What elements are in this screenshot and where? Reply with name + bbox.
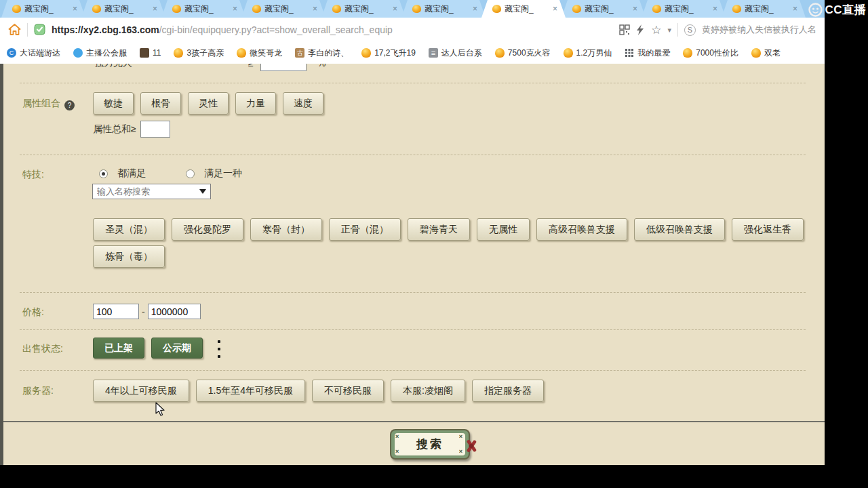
bookmark-item[interactable]: 主播公会服 [73, 47, 127, 59]
home-icon[interactable] [8, 24, 21, 36]
tab-title: 藏宝阁_ [344, 3, 388, 15]
tab-close-icon[interactable]: × [151, 4, 159, 14]
tab-close-icon[interactable]: × [711, 4, 719, 14]
bookmark-item[interactable]: 7500克火容 [495, 47, 551, 59]
bookmark-item[interactable]: 3孩子高亲 [174, 47, 224, 59]
server-button[interactable]: 1.5年至4年可移民服 [196, 380, 305, 402]
news-ticker[interactable]: 黄婷婷被纳入失信被执行人名 [702, 24, 816, 36]
browser-tab[interactable]: 藏宝阁_ × [561, 0, 646, 18]
favorite-star-icon[interactable]: ☆ [651, 24, 661, 36]
clipped-row-input[interactable] [260, 64, 307, 71]
price-range-row: - [93, 304, 201, 319]
browser-tab[interactable]: 藏宝阁_ × [321, 0, 406, 18]
tab-close-icon[interactable]: × [71, 4, 79, 14]
bookmark-item[interactable]: ≡ 达人后台系 [429, 47, 482, 59]
help-icon[interactable]: ? [64, 100, 75, 110]
bookmark-item[interactable]: 双老 [751, 47, 781, 59]
tab-close-icon[interactable]: × [471, 4, 479, 14]
divider [20, 292, 806, 293]
tab-close-icon[interactable]: × [311, 4, 319, 14]
skill-button[interactable]: 无属性 [477, 218, 530, 241]
tab-close-icon[interactable]: × [791, 4, 799, 14]
tab-close-icon[interactable]: × [551, 4, 559, 14]
bookmark-item[interactable]: C 大话端游达 [7, 47, 60, 59]
loading-dots [218, 340, 220, 358]
chevron-down-icon[interactable]: ▾ [667, 26, 671, 34]
tab-close-icon[interactable]: × [631, 4, 639, 14]
divider [20, 329, 806, 330]
bookmark-item[interactable]: 11 [140, 48, 161, 58]
url-text[interactable]: https://xy2.cbg.163.com/cgi-bin/equipque… [52, 24, 613, 35]
browser-tab[interactable]: 藏宝阁_ × [481, 0, 566, 18]
qr-code-icon[interactable] [619, 24, 630, 35]
skill-button[interactable]: 低级召唤兽支援 [634, 218, 725, 241]
attribute-sum-label: 属性总和≥ [93, 123, 136, 136]
clipped-row-label: 强力克火 [94, 64, 132, 69]
browser-tab[interactable]: 藏宝阁_ × [401, 0, 486, 18]
skill-button[interactable]: 寒骨（封） [250, 218, 322, 241]
search-form: 强力克火 ≥ % 属性组合? 敏捷 根骨 灵性 力量 速度 [0, 64, 825, 465]
bookmark-item[interactable]: 古 李白的诗、 [295, 47, 349, 59]
browser-tab[interactable]: 藏宝阁_ × [722, 0, 806, 18]
bookmark-label: 17,2飞升19 [374, 47, 416, 59]
status-button-selected[interactable]: 已上架 [93, 338, 144, 359]
bookmark-label: 我的最爱 [637, 47, 670, 59]
attribute-button[interactable]: 速度 [283, 92, 323, 115]
bookmark-item[interactable]: 微笑哥龙 [237, 47, 282, 59]
attribute-button[interactable]: 敏捷 [93, 92, 134, 115]
bookmark-icon [625, 48, 634, 58]
radio-match-all-label: 都满足 [117, 167, 146, 180]
search-button[interactable]: × × × × 搜索 [390, 429, 470, 460]
radio-match-one[interactable] [186, 169, 195, 178]
attribute-button[interactable]: 根骨 [140, 92, 181, 115]
price-min-input[interactable] [93, 304, 139, 319]
browser-tab[interactable]: 藏宝阁_ × [81, 0, 165, 18]
search-button-face: × × × × 搜索 [395, 433, 465, 455]
browser-tab[interactable]: 藏宝阁_ × [161, 0, 245, 18]
bookmark-item[interactable]: 1.2万男仙 [564, 47, 612, 59]
cbg-favicon-icon [572, 5, 581, 13]
cbg-favicon-icon [492, 5, 501, 13]
footer-divider [0, 421, 825, 422]
flash-speed-icon[interactable] [636, 24, 645, 35]
divider [20, 83, 806, 83]
status-button-selected[interactable]: 公示期 [151, 338, 203, 359]
server-button[interactable]: 不可移民服 [312, 380, 384, 402]
browser-tab[interactable]: 藏宝阁_ × [642, 0, 726, 18]
attribute-button[interactable]: 力量 [235, 92, 276, 115]
security-shield-icon[interactable] [34, 24, 45, 36]
bookmark-label: 微笑哥龙 [250, 47, 282, 59]
bookmark-label: 李白的诗、 [308, 47, 349, 59]
skill-button[interactable]: 圣灵（混） [93, 218, 165, 241]
tab-title: 藏宝阁_ [264, 3, 308, 15]
tab-bar: 藏宝阁_ × 藏宝阁_ × 藏宝阁_ × 藏宝阁_ [0, 0, 825, 18]
divider [677, 23, 678, 37]
skill-button[interactable]: 正骨（混） [329, 218, 401, 241]
server-button[interactable]: 指定服务器 [472, 380, 544, 402]
skill-button[interactable]: 强化返生香 [732, 218, 804, 241]
bookmarks-bar: C 大话端游达 主播公会服 11 3孩子高亲 [0, 42, 825, 64]
bookmark-item[interactable]: 我的最爱 [625, 47, 670, 59]
attribute-sum-input[interactable] [140, 121, 170, 138]
browser-tab[interactable]: 藏宝阁_ × [241, 0, 326, 18]
tab-close-icon[interactable]: × [391, 4, 399, 14]
bookmark-icon: C [7, 48, 16, 58]
tab-close-icon[interactable]: × [231, 4, 239, 14]
browser-tab[interactable]: 藏宝阁_ × [1, 0, 85, 18]
server-button[interactable]: 4年以上可移民服 [93, 380, 189, 402]
search-engine-icon: S [684, 24, 696, 36]
skill-button[interactable]: 强化曼陀罗 [172, 218, 243, 241]
skill-name-combobox[interactable]: 输入名称搜索 [92, 184, 211, 199]
skill-button[interactable]: 碧海青天 [408, 218, 470, 241]
radio-match-all[interactable] [99, 169, 108, 178]
skill-button[interactable]: 高级召唤兽支援 [536, 218, 627, 241]
server-button[interactable]: 本服:凌烟阁 [391, 380, 465, 402]
cbg-favicon-icon [732, 5, 741, 13]
attribute-button[interactable]: 灵性 [188, 92, 229, 115]
price-max-input[interactable] [148, 304, 201, 319]
bookmark-item[interactable]: 7000性价比 [683, 47, 738, 59]
bookmark-icon [73, 48, 83, 58]
skill-button[interactable]: 炼骨（毒） [93, 245, 165, 268]
bookmark-item[interactable]: 17,2飞升19 [361, 47, 416, 59]
cbg-favicon-icon [412, 5, 421, 13]
